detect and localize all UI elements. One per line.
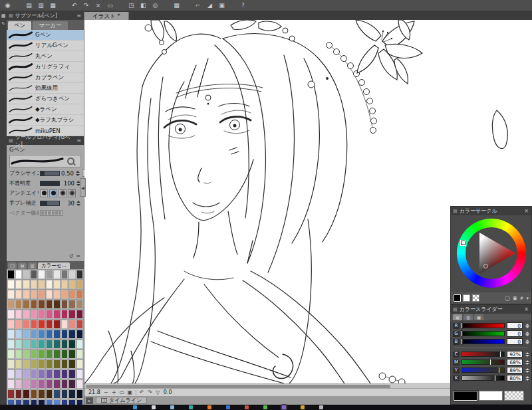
color-swatch[interactable] — [23, 350, 30, 359]
sv-cursor[interactable] — [483, 264, 488, 268]
color-swatch[interactable] — [23, 399, 30, 405]
rotate-left-icon[interactable]: ↶ — [139, 389, 145, 395]
color-swatch[interactable] — [76, 399, 84, 405]
brush-item[interactable]: カリグラフィ — [7, 62, 84, 72]
color-swatch[interactable] — [46, 399, 53, 405]
slider-cursor[interactable] — [461, 330, 463, 337]
stabilization-spinner[interactable] — [76, 199, 81, 207]
color-swatch[interactable] — [68, 330, 76, 339]
color-swatch[interactable] — [53, 300, 61, 309]
color-swatch[interactable] — [15, 350, 23, 359]
color-swatch[interactable] — [46, 340, 53, 349]
grid-icon[interactable]: ▦ — [172, 1, 182, 10]
snap-special-ruler-icon[interactable]: ◢ — [205, 1, 215, 10]
color-swatch[interactable] — [61, 369, 68, 379]
color-swatch[interactable] — [7, 330, 15, 339]
color-swatch[interactable] — [31, 290, 38, 299]
color-swatch[interactable] — [76, 340, 84, 349]
rotate-right-icon[interactable]: ↷ — [147, 389, 153, 395]
opacity-slider[interactable] — [40, 181, 60, 186]
reset-settings-icon[interactable]: ↺ — [69, 253, 74, 259]
color-swatch[interactable] — [38, 350, 45, 359]
color-swatch[interactable] — [76, 290, 84, 299]
color-swatch[interactable] — [38, 340, 45, 349]
brush-item[interactable]: 丸ペン — [7, 51, 84, 62]
color-swatch[interactable] — [23, 379, 30, 389]
fill-icon[interactable]: ◧ — [138, 1, 148, 10]
color-swatch[interactable] — [61, 320, 68, 329]
color-swatch[interactable] — [38, 369, 45, 379]
color-swatch[interactable] — [15, 300, 23, 309]
slider-track[interactable] — [462, 323, 505, 328]
color-swatch[interactable] — [23, 340, 30, 349]
color-swatch[interactable] — [38, 359, 45, 369]
slider-spinner[interactable] — [525, 359, 529, 365]
subtool-tab[interactable]: マーカー — [33, 21, 67, 30]
slider-value[interactable]: 0 — [507, 322, 523, 329]
color-swatch[interactable] — [31, 340, 38, 349]
brush-item[interactable]: 効果線用 — [7, 83, 84, 94]
color-swatch[interactable] — [68, 280, 76, 289]
color-swatch[interactable] — [7, 399, 15, 405]
hsv-square-icon[interactable]: ▣ — [513, 296, 517, 301]
color-swatch[interactable] — [53, 340, 61, 349]
color-swatch[interactable] — [7, 290, 15, 299]
color-swatch[interactable] — [38, 310, 45, 319]
color-swatch[interactable] — [53, 290, 61, 299]
color-swatch[interactable] — [68, 320, 76, 329]
color-swatch[interactable] — [61, 359, 68, 369]
color-swatch[interactable] — [46, 270, 53, 279]
color-swatch[interactable] — [68, 340, 76, 349]
color-set-tab[interactable]: カラーセ... — [38, 262, 70, 269]
color-swatch[interactable] — [23, 389, 30, 399]
new-file-icon[interactable]: ▤ — [24, 1, 34, 10]
stabilization-value[interactable]: 30 — [67, 200, 74, 207]
color-swatch[interactable] — [46, 280, 53, 289]
hsv-sliders-tab[interactable]: ▥ — [464, 314, 473, 320]
antialias-strong-button[interactable] — [68, 189, 76, 197]
color-swatch[interactable] — [61, 270, 68, 279]
color-swatch[interactable] — [7, 280, 15, 289]
color-swatch[interactable] — [15, 290, 23, 299]
zoom-out-icon[interactable]: − — [103, 389, 109, 395]
color-swatch[interactable] — [31, 300, 38, 309]
color-swatch[interactable] — [38, 320, 45, 329]
color-swatch[interactable] — [23, 359, 30, 369]
color-swatch[interactable] — [46, 379, 53, 389]
color-swatch[interactable] — [53, 369, 61, 379]
brush-item[interactable]: Gペン — [7, 30, 84, 41]
redo-icon[interactable]: ↷ — [81, 1, 91, 10]
panel-menu-icon[interactable]: ≡ — [76, 138, 82, 144]
color-swatch[interactable] — [23, 369, 30, 379]
close-icon[interactable]: × — [523, 208, 529, 214]
help-icon[interactable]: ? — [238, 1, 248, 10]
sv-triangle[interactable] — [457, 219, 526, 288]
taskbar-start-icon[interactable] — [133, 405, 137, 409]
zoom-tool-icon[interactable]: ◎ — [150, 1, 160, 10]
timeline-tab[interactable]: タイムライン — [96, 397, 147, 404]
color-swatch[interactable] — [38, 330, 45, 339]
color-swatch[interactable] — [61, 290, 68, 299]
slider-track[interactable] — [462, 359, 505, 365]
slider-value[interactable]: 0 — [507, 338, 523, 345]
color-swatch[interactable] — [15, 340, 23, 349]
color-swatch[interactable] — [7, 389, 15, 399]
color-swatch[interactable] — [61, 280, 68, 289]
color-swatch[interactable] — [23, 330, 30, 339]
color-swatch[interactable] — [76, 270, 84, 279]
transparent-color-chip[interactable] — [472, 294, 479, 302]
taskbar-app-icon-4[interactable] — [245, 405, 249, 409]
color-swatch[interactable] — [53, 389, 61, 399]
color-swatch[interactable] — [15, 280, 23, 289]
taskbar-app-icon-2[interactable] — [207, 405, 211, 409]
slider-value[interactable]: 68% — [507, 359, 523, 365]
brush-item[interactable]: カブラペン — [7, 72, 84, 83]
color-swatch[interactable] — [61, 310, 68, 319]
color-swatch[interactable] — [68, 369, 76, 379]
color-swatch[interactable] — [15, 389, 23, 399]
stabilization-slider[interactable] — [40, 201, 60, 206]
color-swatch[interactable] — [7, 350, 15, 359]
color-swatch[interactable] — [61, 330, 68, 339]
color-swatch[interactable] — [76, 310, 84, 319]
color-swatch[interactable] — [68, 300, 76, 309]
